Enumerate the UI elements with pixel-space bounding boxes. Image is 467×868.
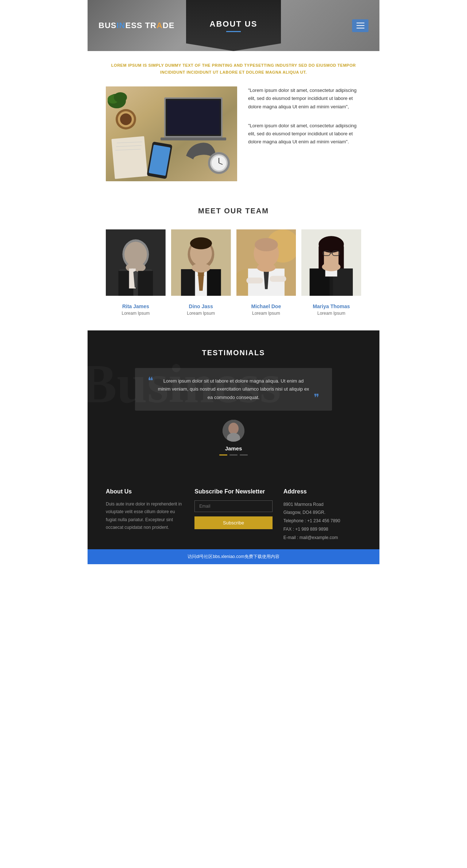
team-section: MEET OUR TEAM Ri — [88, 196, 379, 330]
team-photo-mariya — [301, 226, 361, 299]
svg-point-36 — [190, 237, 212, 249]
footer: About Us Duis aute irure dolor in repreh… — [88, 474, 379, 549]
logo-text3: DE — [163, 21, 175, 30]
team-name-rita: Rita James — [106, 303, 166, 309]
team-name-michael: Michael Doe — [236, 303, 296, 309]
footer-address: Address 8901 Marmora Road Glasgow, DO4 8… — [283, 488, 361, 542]
team-member-mariya: Mariya Thomas Loream Ipsum — [301, 226, 361, 316]
team-role-michael: Loream Ipsum — [236, 311, 296, 316]
address-phone: Telephone : +1 234 456 7890 — [283, 517, 361, 525]
about-content: "Lorem ipsum dolor sit amet, consectetur… — [88, 83, 379, 196]
mariya-avatar-svg — [301, 226, 361, 299]
svg-point-70 — [228, 423, 239, 434]
svg-rect-54 — [269, 276, 286, 282]
subtitle-section: LOREM IPSUM IS SIMPLY DUMMY TEXT OF THE … — [88, 51, 379, 83]
svg-rect-29 — [138, 271, 153, 296]
team-name-mariya: Mariya Thomas — [301, 303, 361, 309]
logo: BUSINESS TRADE — [99, 21, 174, 30]
header: BUSINESS TRADE ABOUT US — [88, 0, 379, 51]
svg-point-49 — [255, 238, 278, 251]
dot-2 — [229, 454, 238, 456]
logo-orange: A — [157, 21, 163, 30]
team-photo-rita — [106, 226, 166, 299]
address-email: E-mail : mail@example.com — [283, 534, 361, 542]
team-grid: Rita James Loream Ipsum — [106, 226, 361, 316]
team-role-dino: Loream Ipsum — [171, 311, 231, 316]
testimonials-section: Business TESTIMONIALS ❝ Lorem ipsum dolo… — [88, 330, 379, 473]
testimonial-box: ❝ Lorem ipsum dolor sit ut labore et dol… — [135, 368, 332, 410]
testimonial-content: Lorem ipsum dolor sit ut labore et dolor… — [157, 377, 310, 401]
svg-point-17 — [114, 92, 127, 102]
author-dots — [106, 454, 361, 456]
address-line2: Glasgow, DO4 89GR. — [283, 508, 361, 517]
footer-newsletter: Subscribe For Newsletter Subscribe — [194, 488, 272, 542]
footer-about-text: Duis aute irure dolor in reprehenderit i… — [106, 500, 184, 532]
author-avatar — [223, 420, 244, 442]
about-quote-2: "Lorem ipsum dolor sit amet, consectetur… — [248, 122, 361, 146]
svg-rect-4 — [167, 100, 220, 135]
banner-underline — [226, 31, 241, 32]
address-fax: FAX : +1 989 889 9898 — [283, 525, 361, 534]
team-name-dino: Dino Jass — [171, 303, 231, 309]
svg-rect-53 — [246, 278, 263, 283]
svg-point-44 — [192, 263, 210, 272]
dot-1 — [219, 454, 227, 456]
footer-bottom-text: 访问dl号社区bbs.xleniao.com免费下载使用内容 — [106, 554, 361, 560]
subscribe-button[interactable]: Subscribe — [194, 516, 272, 529]
dino-avatar-svg — [171, 226, 231, 299]
about-quotes: "Lorem ipsum dolor sit amet, consectetur… — [248, 86, 361, 146]
svg-point-14 — [120, 113, 132, 125]
about-quote-1: "Lorem ipsum dolor sit amet, consectetur… — [248, 86, 361, 111]
dot-3 — [240, 454, 248, 456]
team-role-rita: Loream Ipsum — [106, 311, 166, 316]
hamburger-button[interactable] — [352, 19, 368, 32]
svg-rect-5 — [161, 137, 226, 140]
team-member-michael: Michael Doe Loream Ipsum — [236, 226, 296, 316]
footer-about: About Us Duis aute irure dolor in repreh… — [106, 488, 184, 542]
team-photo-michael — [236, 226, 296, 299]
about-image-inner — [106, 86, 237, 181]
logo-text1: BUS — [99, 21, 116, 30]
michael-avatar-svg — [236, 226, 296, 299]
team-member-rita: Rita James Loream Ipsum — [106, 226, 166, 316]
logo-blue: IN — [116, 21, 125, 30]
email-input[interactable] — [194, 500, 272, 512]
team-role-mariya: Loream Ipsum — [301, 311, 361, 316]
hamburger-line2 — [356, 25, 364, 26]
rita-avatar-svg — [106, 226, 166, 299]
page-title: ABOUT US — [210, 19, 258, 29]
svg-point-52 — [257, 263, 275, 272]
hamburger-line1 — [356, 23, 364, 23]
footer-bottom: 访问dl号社区bbs.xleniao.com免费下载使用内容 — [88, 549, 379, 564]
team-member-dino: Dino Jass Loream Ipsum — [171, 226, 231, 316]
team-title: MEET OUR TEAM — [106, 207, 361, 215]
quote-open-icon: ❝ — [148, 376, 153, 386]
subtitle-text: LOREM IPSUM IS SIMPLY DUMMY TEXT OF THE … — [106, 62, 361, 75]
about-image — [106, 86, 237, 181]
footer-newsletter-title: Subscribe For Newsletter — [194, 488, 272, 495]
author-avatar-svg — [223, 420, 244, 442]
quote-close-icon: ❞ — [314, 393, 319, 403]
testimonial-author: James — [106, 420, 361, 456]
footer-about-title: About Us — [106, 488, 184, 495]
logo-text2: ESS TR — [125, 21, 156, 30]
testimonials-title: TESTIMONIALS — [106, 349, 361, 357]
about-us-banner: ABOUT US — [186, 0, 281, 51]
address-line1: 8901 Marmora Road — [283, 500, 361, 509]
author-name: James — [106, 445, 361, 452]
svg-point-68 — [322, 263, 341, 271]
footer-address-title: Address — [283, 488, 361, 495]
desk-scene-svg — [106, 86, 237, 181]
testimonial-text: ❝ Lorem ipsum dolor sit ut labore et dol… — [148, 377, 319, 401]
address-info: 8901 Marmora Road Glasgow, DO4 89GR. Tel… — [283, 500, 361, 542]
hamburger-line3 — [356, 28, 364, 28]
team-photo-dino — [171, 226, 231, 299]
